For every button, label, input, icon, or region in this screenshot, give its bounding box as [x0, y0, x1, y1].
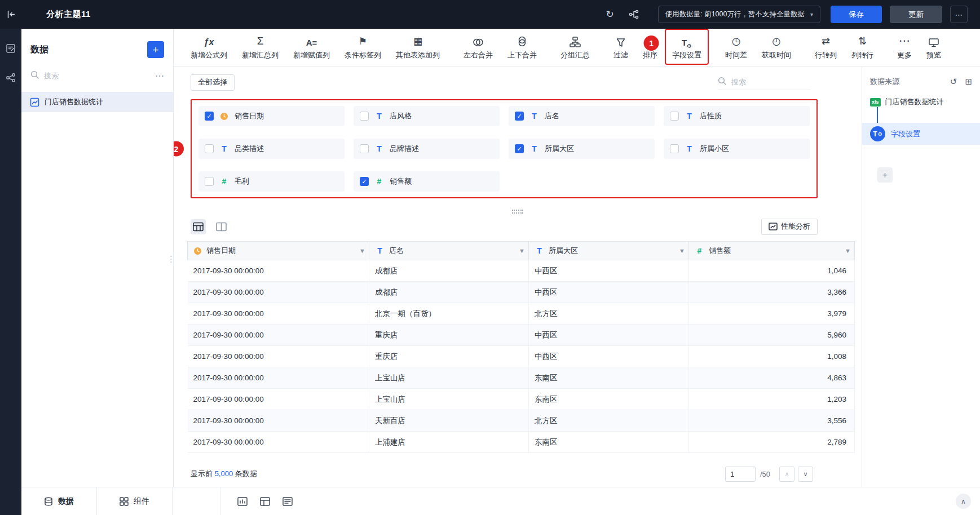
history-icon[interactable]: ↺ — [950, 77, 957, 87]
card-view-icon[interactable] — [214, 219, 229, 234]
update-button[interactable]: 更新 — [890, 6, 942, 23]
checkbox-unchecked-icon[interactable] — [205, 177, 214, 186]
field-item-gross-profit[interactable]: #毛利 — [198, 171, 345, 192]
toolbar-item-summary-column[interactable]: Σ新增汇总列 — [242, 34, 279, 60]
table-row[interactable]: 2017-09-30 00:00:00成都店中西区1,046 — [188, 260, 855, 282]
table-row[interactable]: 2017-09-30 00:00:00重庆店中西区5,960 — [188, 325, 855, 346]
toolbar: ƒx新增公式列 Σ新增汇总列 A≡新增赋值列 ⚑条件标签列 ▦其他表添加列 左右… — [174, 29, 980, 66]
table-row[interactable]: 2017-09-30 00:00:00上宝山店东南区1,203 — [188, 389, 855, 410]
field-item-sale-date[interactable]: ✓销售日期 — [198, 106, 345, 126]
data-volume-dropdown[interactable]: 使用数据量: 前1000万行，暂不支持全量数据 ▾ — [658, 6, 820, 23]
row-to-column-icon: ⇄ — [822, 34, 830, 47]
table-cell: 北方区 — [529, 410, 689, 432]
layout-icon[interactable]: ⊞ — [965, 77, 972, 87]
filter-icon — [616, 34, 625, 47]
toolbar-item-merge-left-right[interactable]: 左右合并 — [463, 34, 493, 60]
data-edit-icon[interactable] — [6, 43, 16, 54]
add-step-button[interactable]: + — [877, 167, 893, 183]
dataset-label: 门店销售数据统计 — [45, 97, 103, 107]
page-down-button[interactable]: ∨ — [798, 467, 813, 482]
column-menu-icon[interactable]: ▼ — [845, 247, 851, 254]
sidebar-search-input[interactable] — [44, 72, 150, 80]
field-search-input[interactable] — [731, 78, 811, 86]
table-widget-icon[interactable] — [260, 497, 270, 506]
page-input[interactable] — [725, 467, 756, 482]
table-cell: 中西区 — [529, 325, 689, 346]
dataset-item[interactable]: 门店销售数据统计 — [21, 92, 173, 112]
toolbar-item-condition-tag-column[interactable]: ⚑条件标签列 — [345, 34, 381, 60]
field-search — [718, 74, 811, 90]
add-data-button[interactable]: + — [147, 41, 164, 58]
toolbar-item-group-summary[interactable]: 分组汇总 — [560, 34, 590, 60]
save-button[interactable]: 保存 — [831, 6, 882, 23]
table-row[interactable]: 2017-09-30 00:00:00成都店中西区3,366 — [188, 282, 855, 303]
checkbox-checked-icon[interactable]: ✓ — [205, 112, 214, 121]
chart-widget-icon[interactable] — [237, 497, 248, 506]
column-menu-icon[interactable]: ▼ — [679, 247, 685, 254]
toolbar-item-preview[interactable]: 预览 — [926, 34, 941, 60]
toolbar-item-time-diff[interactable]: ◷时间差 — [725, 34, 747, 60]
data-source-panel: 数据来源 ↺ ⊞ xls 门店销售数据统计 T⚙ — [862, 66, 980, 487]
column-header-region[interactable]: T所属大区▼ — [529, 242, 689, 260]
column-header-store-name[interactable]: T店名▼ — [369, 242, 529, 260]
column-header-sale-date[interactable]: 销售日期▼ — [188, 242, 369, 260]
checkbox-checked-icon[interactable]: ✓ — [515, 144, 524, 153]
checkbox-unchecked-icon[interactable] — [670, 112, 679, 121]
panel-splitter[interactable] — [174, 206, 862, 216]
chevron-down-icon: ▾ — [810, 11, 813, 17]
toolbar-item-column-to-row[interactable]: ⇅列转行 — [851, 34, 873, 60]
toolbar-item-other-table-column[interactable]: ▦其他表添加列 — [396, 34, 440, 60]
column-menu-icon[interactable]: ▼ — [519, 247, 525, 254]
page-up-button[interactable]: ∧ — [779, 467, 794, 482]
table-row[interactable]: 2017-09-30 00:00:00天新百店北方区3,556 — [188, 410, 855, 432]
column-header-sales-amount[interactable]: #销售额▼ — [689, 242, 855, 260]
toolbar-item-formula-column[interactable]: ƒx新增公式列 — [191, 34, 227, 60]
checkbox-unchecked-icon[interactable] — [205, 144, 214, 153]
checkbox-unchecked-icon[interactable] — [360, 112, 369, 121]
table-row[interactable]: 2017-09-30 00:00:00重庆店中西区1,008 — [188, 346, 855, 367]
checkbox-unchecked-icon[interactable] — [360, 144, 369, 153]
checkbox-checked-icon[interactable]: ✓ — [515, 112, 524, 121]
tab-components[interactable]: 组件 — [97, 487, 173, 515]
refresh-icon[interactable]: ↻ — [606, 8, 613, 20]
source-table-item[interactable]: xls 门店销售数据统计 — [870, 97, 972, 107]
table-row[interactable]: 2017-09-30 00:00:00上浦建店东南区2,789 — [188, 432, 855, 453]
tab-data[interactable]: 数据 — [21, 487, 97, 515]
field-item-store-name[interactable]: ✓T店名 — [509, 106, 655, 126]
select-all-button[interactable]: 全部选择 — [191, 74, 235, 91]
app-root: 分析主题11 ↻ 使用数据量: 前1000万行，暂不支持全量数据 ▾ 保存 更新… — [0, 0, 980, 515]
list-widget-icon[interactable] — [282, 497, 293, 506]
toolbar-item-sort[interactable]: 排序 1 — [643, 34, 657, 60]
sidebar-resize-handle[interactable]: ⋮ — [167, 254, 175, 264]
field-item-store-nature[interactable]: T店性质 — [664, 106, 810, 126]
search-options-icon[interactable]: ⋯ — [155, 70, 164, 81]
field-item-sales-amount[interactable]: ✓#销售额 — [354, 171, 500, 192]
checkbox-unchecked-icon[interactable] — [670, 144, 679, 153]
field-item-region[interactable]: ✓T所属大区 — [509, 139, 655, 159]
column-menu-icon[interactable]: ▼ — [359, 247, 365, 254]
table-cell: 东南区 — [529, 367, 689, 389]
toolbar-item-field-setting[interactable]: T⚙字段设置 — [672, 34, 701, 60]
checkbox-checked-icon[interactable]: ✓ — [360, 177, 369, 186]
toolbar-item-get-time[interactable]: ◴获取时间 — [762, 34, 791, 60]
table-cell: 1,008 — [689, 346, 855, 367]
toolbar-item-filter[interactable]: 过滤 — [613, 34, 628, 60]
toolbar-item-merge-top-bottom[interactable]: 上下合并 — [507, 34, 537, 60]
table-row[interactable]: 2017-09-30 00:00:00北京一期（百货）北方区3,979 — [188, 303, 855, 325]
relation-icon[interactable] — [6, 73, 16, 83]
field-item-category-desc[interactable]: T品类描述 — [198, 139, 345, 159]
toolbar-item-more[interactable]: ⋯更多 — [897, 34, 912, 60]
toolbar-item-row-to-column[interactable]: ⇄行转列 — [815, 34, 837, 60]
topbar-more-button[interactable]: ⋯ — [950, 6, 968, 23]
collapse-icon[interactable]: ∧ — [956, 494, 971, 509]
table-row[interactable]: 2017-09-30 00:00:00上宝山店东南区4,863 — [188, 367, 855, 389]
exit-icon[interactable] — [0, 10, 21, 19]
field-item-brand-desc[interactable]: T品牌描述 — [354, 139, 500, 159]
field-item-sub-region[interactable]: T所属小区 — [664, 139, 810, 159]
flow-icon[interactable] — [629, 10, 639, 19]
performance-analysis-button[interactable]: 性能分析 — [761, 219, 818, 235]
toolbar-item-assign-column[interactable]: A≡新增赋值列 — [293, 34, 330, 60]
field-item-store-style[interactable]: T店风格 — [354, 106, 500, 126]
table-view-icon[interactable] — [191, 219, 206, 234]
field-setting-node[interactable]: T⚙ 字段设置 — [862, 123, 980, 145]
